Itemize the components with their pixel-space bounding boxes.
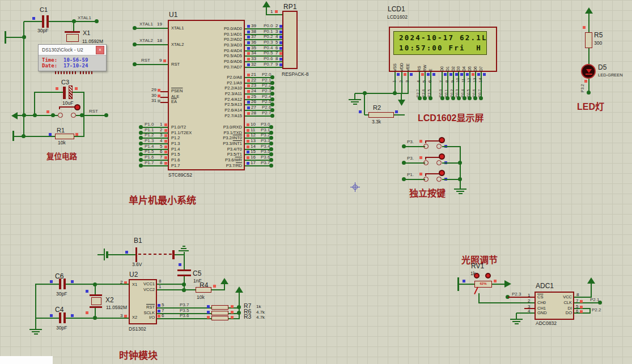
pot-decrease-button[interactable] [474,273,480,279]
adc1-part: ADC0832 [536,320,557,326]
pin-stub [508,297,535,298]
wire [36,318,59,319]
pin-marker [359,110,362,113]
c5-capacitor[interactable] [177,269,191,271]
wire [404,146,425,147]
pot-increase-button[interactable] [485,273,491,279]
r1-value: 10k [58,140,66,145]
d5-led[interactable] [581,64,596,79]
u1-port1-rows: P1.0 1 P1.0/T2 P1.1 2 P1.1/T2EX P1.2 3 [139,124,205,168]
pin-name: CH0 [537,300,546,305]
wire [66,284,96,285]
button-actuator[interactable] [439,153,445,160]
x1-crystal[interactable] [66,34,79,42]
wire [404,162,425,164]
pin-row: P1.7 8 P1.7 [139,162,205,168]
net-label: P0.0 [439,83,443,97]
button-terminal[interactable] [436,144,442,149]
net-label: P0.6 [472,83,476,97]
net-label-rst: RST [89,109,98,114]
c3-capacitor[interactable] [69,85,73,99]
b1-battery[interactable] [104,249,105,260]
tooltip-titlebar: DS1302\Clock - U2 x [39,45,106,55]
pin-name: P0.4/AD4 [202,48,242,53]
pin-number: 4 [160,138,162,143]
x1-crystal[interactable] [65,31,80,33]
pin-number: 1 [528,293,530,298]
pin-marker [164,151,167,153]
pin-marker [247,156,249,159]
pin-marker [49,133,52,136]
button-terminal[interactable] [423,177,429,182]
pull-resistor[interactable] [211,311,228,315]
pin-name: P1.3 [171,141,180,146]
net-label-p2-2: P2.2 [592,307,601,312]
x2-crystal[interactable] [91,297,101,305]
button-terminal[interactable] [436,160,442,165]
net-label: P2.5 [262,99,271,104]
pin-marker [247,145,249,148]
button-actuator[interactable] [439,137,445,143]
pin-name: P1.0/T2 [171,125,186,130]
pin-name: D6 [473,58,477,71]
c4-capacitor[interactable] [59,312,61,323]
pin-number: 7 [439,74,444,83]
pot-percent: 62% [475,282,491,285]
net-label: P1.2 [145,132,154,138]
net-label: RST [141,58,150,63]
junction-dot [104,113,108,117]
pin-marker [247,25,250,28]
net-label: P0.7 [264,62,273,67]
c6-capacitor[interactable] [59,279,61,289]
c1-capacitor[interactable] [42,15,44,28]
reset-button-actuator[interactable] [74,104,80,110]
pin-marker [50,280,53,283]
lcd-line2: 10:57:00 Fri H [399,44,482,52]
net-label-p3-2: P3.2 [580,80,584,92]
u1-part: STC89C52 [168,172,192,178]
r2-ref: R2 [373,104,381,111]
ground-icon [515,323,519,324]
net-label: P1.7 [145,160,154,165]
r5-resistor[interactable] [585,32,592,48]
button-terminal[interactable] [423,144,429,149]
ground-icon [29,329,42,330]
pin-number: 21 [251,72,256,77]
r4-resistor[interactable] [196,287,211,293]
reset-button-terminal[interactable] [71,113,76,118]
r1-resistor[interactable] [55,134,74,139]
pin-marker [231,311,234,314]
wire [459,284,474,285]
lcd-control-pins: RS 4 P2.7 RW 5 P2.6 E 6 P2.5 [417,57,434,102]
lcd1-ref: LCD1 [388,5,405,13]
u1-rst-row: RST 9 RST [133,62,207,67]
pull-resistor[interactable] [211,305,228,310]
button-actuator[interactable] [439,170,445,176]
junction-dot [393,91,397,95]
pin-number: 33 [251,56,256,61]
net-label: P0.3 [264,40,273,45]
net-label: P1.4 [145,144,154,149]
b1-battery[interactable] [135,247,137,262]
x2-crystal[interactable] [90,294,102,296]
close-icon[interactable]: x [96,46,104,54]
r2-resistor[interactable] [368,112,394,118]
pin-number: 26 [251,99,256,104]
c3-capacitor[interactable] [63,87,66,99]
button-terminal[interactable] [436,177,442,182]
b1-value: 3.6V [132,262,142,267]
pin-marker [494,280,497,282]
pull-resistor[interactable] [211,316,228,320]
button-terminal[interactable] [423,160,429,165]
pin-number: 30 [151,93,156,98]
pin-name: P3.0/RXD [223,125,242,130]
net-end-dot [402,161,406,165]
pin-row: 29 PSEN [139,88,207,94]
rp1-body[interactable] [282,11,298,69]
pin-number: 11 [251,127,255,132]
pin-marker [247,106,250,109]
pin-name: ALE [171,94,179,99]
pin-name: VDD [400,58,404,71]
x2-crystal[interactable] [90,306,102,308]
reset-button-terminal[interactable] [58,113,63,118]
